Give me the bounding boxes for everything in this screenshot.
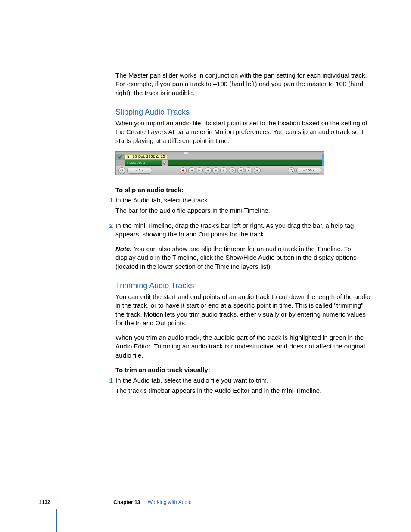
track-enable-icon	[116, 154, 125, 159]
page-footer: 1132 Chapter 13 Working with Audio	[39, 499, 371, 506]
svg-line-1	[122, 171, 123, 172]
help-tag: In: 26 Out: 2952 Δ: 25	[125, 154, 167, 159]
section2-paragraph1: You can edit the start and end points of…	[115, 292, 372, 327]
step-item: 1 In the Audio tab, select the audio fil…	[115, 376, 372, 385]
chevron-right-icon: ▸	[142, 169, 143, 172]
playhead-marker	[184, 152, 188, 154]
chevron-left-icon: ◂	[303, 169, 305, 172]
frame-value-right: 100	[306, 169, 311, 172]
step-note: The track's timebar appears in the Audio…	[115, 386, 372, 395]
footer-rule	[56, 509, 57, 532]
svg-line-4	[292, 171, 293, 172]
step-number: 1	[105, 376, 113, 385]
page-number: 1132	[39, 499, 112, 506]
step-text: In the Audio tab, select the audio file …	[115, 376, 372, 385]
chapter-label: Chapter 13	[113, 499, 140, 505]
howto-heading-slip: To slip an audio track:	[115, 186, 372, 194]
mute-icon	[254, 167, 261, 174]
step-number: 2	[105, 221, 113, 230]
step-note: The bar for the audio file appears in th…	[115, 206, 372, 215]
howto-heading-trim: To trim an audio track visually:	[115, 366, 372, 374]
go-to-start-icon	[188, 167, 195, 174]
clip-end-marker	[322, 160, 324, 166]
note-paragraph: Note: You can also show and slip the tim…	[115, 245, 372, 271]
timeline-screenshot: In: 26 Out: 2952 Δ: 25 music bed 1 ◂ 1	[115, 151, 324, 175]
cursor-icon	[162, 160, 168, 166]
step-number: 1	[105, 196, 113, 205]
chapter-title: Working with Audio	[148, 499, 192, 505]
step-item: 2 In the mini-Timeline, drag the track's…	[115, 221, 372, 239]
section-heading-trimming: Trimming Audio Tracks	[115, 280, 372, 291]
go-to-end-icon	[196, 167, 203, 174]
intro-paragraph: The Master pan slider works in conjuncti…	[115, 71, 372, 97]
zoom-icon-right	[288, 167, 295, 174]
svg-point-2	[182, 169, 184, 171]
next-marker-icon	[245, 167, 252, 174]
zoom-icon	[118, 167, 125, 174]
chevron-right-icon: ▸	[313, 169, 315, 172]
track-spacer	[116, 160, 125, 166]
prev-marker-icon	[237, 167, 244, 174]
step-text: In the mini-Timeline, drag the track's b…	[115, 221, 372, 239]
note-text: You can also show and slip the timebar f…	[115, 245, 357, 270]
step-item: 1 In the Audio tab, select the track.	[115, 196, 372, 205]
loop-icon	[229, 167, 236, 174]
frame-field-left: ◂ 1 ▸	[127, 168, 152, 174]
play-icon	[212, 167, 219, 174]
record-button-icon	[180, 167, 187, 174]
step-text: In the Audio tab, select the track.	[115, 196, 372, 205]
step-forward-icon	[220, 167, 227, 174]
chevron-left-icon: ◂	[136, 169, 137, 172]
clip-remainder	[168, 160, 322, 166]
frame-field-right: ◂ 100 ▸	[296, 168, 321, 174]
frame-value-left: 1	[139, 169, 140, 172]
section2-paragraph2: When you trim an audio track, the audibl…	[115, 333, 372, 360]
out-point-marker	[322, 154, 324, 159]
audio-clip: music bed 1	[125, 160, 162, 166]
section-heading-slipping: Slipping Audio Tracks	[115, 107, 372, 117]
note-label: Note:	[115, 245, 132, 252]
section1-paragraph: When you import an audio file, its start…	[115, 119, 372, 145]
step-back-icon	[205, 167, 212, 174]
